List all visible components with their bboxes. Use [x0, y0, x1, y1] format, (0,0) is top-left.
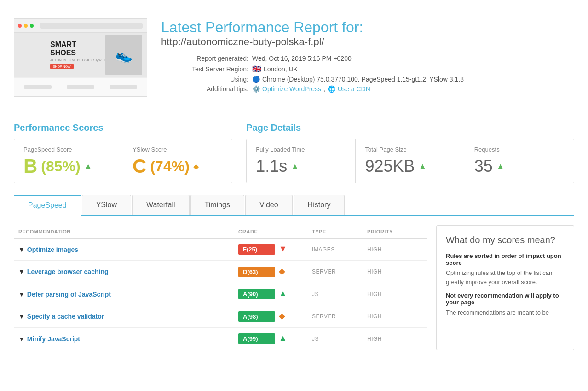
meta-using: Using: 🔵 Chrome (Desktop) 75.0.3770.100,… [161, 76, 574, 83]
performance-scores-panel: Performance Scores PageSpeed Score B (85… [14, 123, 232, 183]
tabs-list: PageSpeedYSlowWaterfallTimingsVideoHisto… [14, 195, 574, 215]
recommendations-table: RECOMMENDATION GRADE TYPE PRIORITY ▼Opti… [14, 225, 427, 350]
header-info: Latest Performance Report for: http://au… [161, 18, 574, 97]
table-row-minify-javascript: ▼Minify JavaScriptA(99)▲JSHIGH [14, 328, 427, 350]
grade-icon-defer-javascript: ▲ [279, 289, 287, 298]
rec-toggle-leverage-caching[interactable]: ▼ [18, 268, 25, 275]
yslow-score-card: YSlow Score C (74%) ◆ [123, 139, 232, 183]
meta-generated-value: Wed, Oct 16, 2019 5:16 PM +0200 [252, 55, 352, 62]
grade-icon-leverage-caching: ◆ [279, 267, 285, 276]
yslow-score-value: C (74%) ◆ [133, 157, 223, 176]
page-size-value: 925KB ▲ [365, 157, 455, 176]
yslow-score-label: YSlow Score [133, 146, 223, 153]
using-text: Chrome (Desktop) 75.0.3770.100, PageSpee… [262, 76, 464, 83]
tabs-container: PageSpeedYSlowWaterfallTimingsVideoHisto… [14, 195, 574, 216]
yslow-percent: (74%) [150, 158, 189, 175]
grade-icon-optimize-images: ▼ [279, 244, 287, 253]
preview-footer-item [110, 85, 137, 89]
content-area: RECOMMENDATION GRADE TYPE PRIORITY ▼Opti… [14, 225, 574, 350]
rec-cell-cache-validator: ▼Specify a cache validator [18, 313, 238, 320]
table-body: ▼Optimize imagesF(25)▼IMAGESHIGH▼Leverag… [14, 239, 427, 350]
pagespeed-arrow: ▲ [84, 162, 92, 171]
pagespeed-score-label: PageSpeed Score [23, 146, 114, 153]
rec-cell-defer-javascript: ▼Defer parsing of JavaScript [18, 291, 238, 298]
rec-cell-minify-javascript: ▼Minify JavaScript [18, 335, 238, 343]
preview-cta: SHOP NOW [50, 64, 74, 69]
rec-toggle-optimize-images[interactable]: ▼ [18, 246, 25, 253]
grade-cell-leverage-caching: D(63)◆ [238, 266, 312, 277]
meta-tips: Additional tips: ⚙️ Optimize WordPress, … [161, 85, 574, 93]
report-title: Latest Performance Report for: [161, 18, 574, 36]
info-subtitle-0: Rules are sorted in order of impact upon… [446, 252, 565, 266]
loaded-time-number: 1.1s [256, 157, 287, 176]
page-size-arrow: ▲ [419, 162, 427, 171]
type-cell-optimize-images: IMAGES [312, 246, 367, 253]
rec-link-cache-validator[interactable]: Specify a cache validator [27, 313, 104, 320]
grade-icon-minify-javascript: ▲ [279, 333, 287, 343]
tab-waterfall[interactable]: Waterfall [132, 195, 190, 215]
pagespeed-grade: B [23, 157, 37, 176]
tab-yslow[interactable]: YSlow [82, 195, 131, 215]
site-preview: 👟 SMART SHOES AUTONOMICZNE BUTY JUŻ SĄ W… [14, 18, 147, 97]
tip-wordpress-link[interactable]: Optimize WordPress [262, 85, 321, 93]
priority-cell-cache-validator: HIGH [367, 313, 422, 320]
wordpress-icon: ⚙️ [252, 85, 260, 93]
grade-badge-minify-javascript: A(99) [238, 333, 275, 344]
header-priority: PRIORITY [367, 229, 422, 234]
region-flag: 🇬🇧 [252, 64, 261, 73]
info-panel: What do my scores mean? Rules are sorted… [436, 225, 574, 350]
requests-number: 35 [474, 157, 493, 176]
report-url: http://autonomiczne-buty-polska-f.pl/ [161, 36, 574, 48]
priority-cell-leverage-caching: HIGH [367, 268, 422, 275]
info-subtitle-1: Not every recommendation will apply to y… [446, 292, 565, 306]
pagespeed-score-value: B (85%) ▲ [23, 157, 114, 176]
header-recommendation: RECOMMENDATION [18, 229, 238, 234]
meta-tips-label: Additional tips: [161, 85, 248, 93]
rec-cell-optimize-images: ▼Optimize images [18, 246, 238, 253]
rec-toggle-minify-javascript[interactable]: ▼ [18, 335, 25, 343]
priority-cell-minify-javascript: HIGH [367, 336, 422, 342]
preview-footer-item [24, 85, 52, 89]
loaded-time-arrow: ▲ [291, 162, 299, 171]
yslow-grade: C [133, 157, 146, 176]
tip-cdn-link[interactable]: Use a CDN [338, 85, 370, 93]
grade-badge-cache-validator: A(98) [238, 311, 275, 322]
meta-tips-value: ⚙️ Optimize WordPress, 🌐 Use a CDN [252, 85, 370, 93]
meta-region-label: Test Server Region: [161, 65, 248, 73]
priority-cell-defer-javascript: HIGH [367, 291, 422, 298]
tab-history[interactable]: History [294, 195, 345, 215]
grade-badge-leverage-caching: D(63) [238, 267, 275, 277]
scores-container: Performance Scores PageSpeed Score B (85… [14, 123, 574, 183]
page-size-number: 925KB [365, 157, 415, 176]
table-row-leverage-caching: ▼Leverage browser cachingD(63)◆SERVERHIG… [14, 261, 427, 283]
rec-toggle-defer-javascript[interactable]: ▼ [18, 291, 25, 298]
page-details-panel: Page Details Fully Loaded Time 1.1s ▲ To… [246, 123, 574, 183]
grade-badge-optimize-images: F(25) [238, 244, 275, 255]
grade-badge-defer-javascript: A(90) [238, 289, 275, 299]
info-text-1: The recommendations are meant to be [446, 308, 565, 317]
rec-link-leverage-caching[interactable]: Leverage browser caching [27, 268, 109, 275]
type-cell-defer-javascript: JS [312, 291, 367, 298]
grade-cell-minify-javascript: A(99)▲ [238, 333, 312, 344]
tab-pagespeed[interactable]: PageSpeed [14, 195, 81, 216]
requests-arrow: ▲ [496, 162, 505, 171]
rec-toggle-cache-validator[interactable]: ▼ [18, 313, 25, 320]
info-sections: Rules are sorted in order of impact upon… [446, 252, 565, 317]
grade-cell-cache-validator: A(98)◆ [238, 311, 312, 322]
tab-timings[interactable]: Timings [190, 195, 244, 215]
tab-video[interactable]: Video [245, 195, 293, 215]
scores-box: PageSpeed Score B (85%) ▲ YSlow Score C … [14, 139, 232, 183]
preview-url-bar [40, 23, 143, 29]
table-row-defer-javascript: ▼Defer parsing of JavaScriptA(90)▲JSHIGH [14, 283, 427, 305]
rec-link-minify-javascript[interactable]: Minify JavaScript [27, 335, 80, 343]
priority-cell-optimize-images: HIGH [367, 246, 422, 253]
rec-link-defer-javascript[interactable]: Defer parsing of JavaScript [27, 291, 111, 298]
yslow-diamond: ◆ [193, 162, 199, 171]
rec-cell-leverage-caching: ▼Leverage browser caching [18, 268, 238, 275]
requests-label: Requests [474, 146, 565, 153]
loaded-time-label: Fully Loaded Time [256, 146, 346, 153]
header-grade: GRADE [238, 229, 312, 234]
rec-link-optimize-images[interactable]: Optimize images [27, 246, 78, 253]
report-meta: Report generated: Wed, Oct 16, 2019 5:16… [161, 55, 574, 93]
meta-generated: Report generated: Wed, Oct 16, 2019 5:16… [161, 55, 574, 62]
